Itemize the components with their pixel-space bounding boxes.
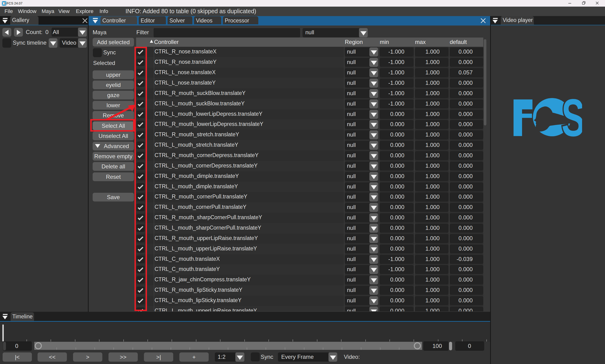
svg-text:S: S [562,98,582,137]
